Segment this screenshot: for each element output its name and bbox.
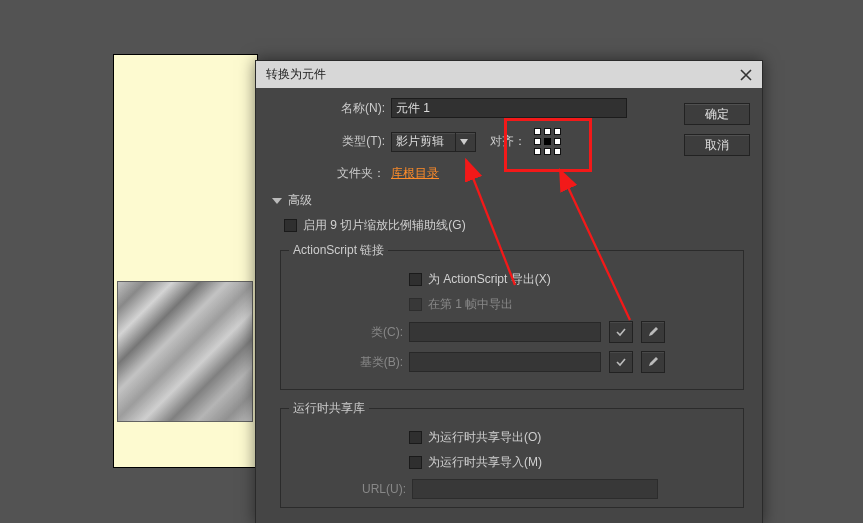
export-as-checkbox[interactable] (409, 273, 422, 286)
name-input[interactable] (391, 98, 627, 118)
cancel-button[interactable]: 取消 (684, 134, 750, 156)
reg-mr[interactable] (554, 138, 561, 145)
chevron-down-icon (455, 133, 471, 151)
class-validate-button[interactable] (609, 321, 633, 343)
close-button[interactable] (736, 65, 756, 85)
rsl-import-label: 为运行时共享导入(M) (428, 454, 542, 471)
folder-link[interactable]: 库根目录 (391, 165, 439, 182)
ok-button[interactable]: 确定 (684, 103, 750, 125)
actionscript-group: ActionScript 链接 为 ActionScript 导出(X) 在第 … (280, 242, 744, 390)
base-class-label: 基类(B): (357, 354, 409, 371)
url-input (412, 479, 658, 499)
rsl-export-label: 为运行时共享导出(O) (428, 429, 541, 446)
nine-slice-checkbox[interactable] (284, 219, 297, 232)
advanced-toggle[interactable]: 高级 (272, 192, 752, 209)
export-as-label: 为 ActionScript 导出(X) (428, 271, 551, 288)
reg-tl[interactable] (534, 128, 541, 135)
align-label: 对齐： (490, 133, 526, 150)
folder-label: 文件夹： (266, 165, 391, 182)
check-icon (615, 356, 627, 368)
base-edit-button[interactable] (641, 351, 665, 373)
type-dropdown-value: 影片剪辑 (396, 133, 455, 150)
reg-tc[interactable] (544, 128, 551, 135)
registration-grid (534, 128, 561, 155)
reg-ml[interactable] (534, 138, 541, 145)
name-label: 名称(N): (266, 100, 391, 117)
rsl-group: 运行时共享库 为运行时共享导出(O) 为运行时共享导入(M) URL(U): (280, 400, 744, 508)
base-class-input (409, 352, 601, 372)
export-frame1-checkbox (409, 298, 422, 311)
url-label: URL(U): (292, 482, 412, 496)
class-edit-button[interactable] (641, 321, 665, 343)
dialog-title: 转换为元件 (266, 66, 736, 83)
dialog-titlebar: 转换为元件 (256, 61, 762, 88)
reg-bc[interactable] (544, 148, 551, 155)
stage-selected-bitmap[interactable] (117, 281, 253, 422)
rsl-import-checkbox[interactable] (409, 456, 422, 469)
rsl-legend: 运行时共享库 (289, 400, 369, 417)
reg-bl[interactable] (534, 148, 541, 155)
disclosure-triangle-icon (272, 198, 282, 204)
close-icon (740, 69, 752, 81)
class-label: 类(C): (357, 324, 409, 341)
check-icon (615, 326, 627, 338)
class-input (409, 322, 601, 342)
reg-center[interactable] (544, 138, 551, 145)
reg-br[interactable] (554, 148, 561, 155)
advanced-label: 高级 (288, 192, 312, 209)
convert-to-symbol-dialog: 转换为元件 确定 取消 名称(N): 类型(T): 影片剪辑 对齐： (255, 60, 763, 523)
reg-tr[interactable] (554, 128, 561, 135)
type-label: 类型(T): (266, 133, 391, 150)
export-frame1-label: 在第 1 帧中导出 (428, 296, 513, 313)
base-validate-button[interactable] (609, 351, 633, 373)
pencil-icon (647, 326, 659, 338)
rsl-export-checkbox[interactable] (409, 431, 422, 444)
actionscript-legend: ActionScript 链接 (289, 242, 388, 259)
pencil-icon (647, 356, 659, 368)
nine-slice-label: 启用 9 切片缩放比例辅助线(G) (303, 217, 466, 234)
type-dropdown[interactable]: 影片剪辑 (391, 132, 476, 152)
